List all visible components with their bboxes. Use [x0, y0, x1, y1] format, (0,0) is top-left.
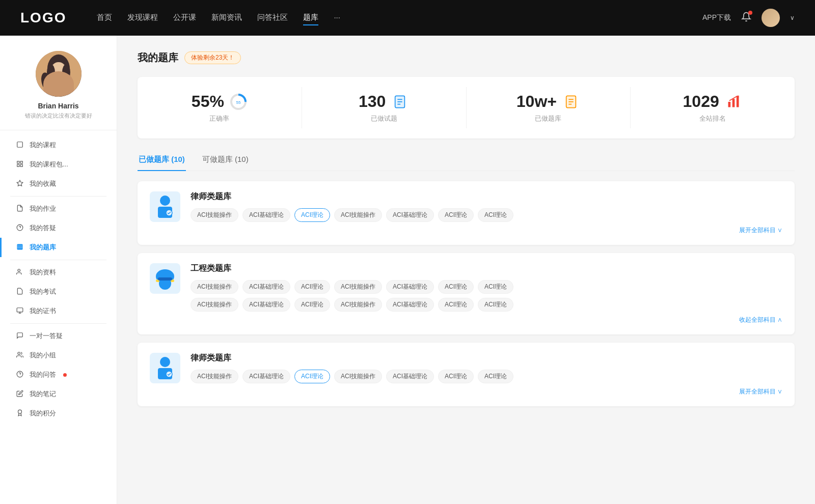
bank2-tag2-0[interactable]: ACI技能操作: [191, 298, 238, 312]
svg-point-22: [18, 352, 20, 354]
bank1-tag-5[interactable]: ACI理论: [438, 208, 474, 222]
divider-2: [10, 260, 106, 260]
stat-top-site-rank: 1029: [683, 92, 743, 111]
bank2-tag-2[interactable]: ACI理论: [294, 280, 330, 294]
bank2-tag-4[interactable]: ACI基础理论: [386, 280, 434, 294]
sidebar-label-homework: 我的作业: [30, 204, 56, 213]
bank3-tag-6[interactable]: ACI理论: [478, 370, 513, 383]
nav-home[interactable]: 首页: [97, 11, 112, 25]
bank3-tag-1[interactable]: ACI基础理论: [242, 370, 290, 383]
sidebar-item-tutoring[interactable]: 一对一答疑: [0, 326, 117, 346]
cert-icon: [15, 307, 24, 316]
svg-point-18: [18, 269, 20, 271]
svg-point-25: [18, 410, 22, 413]
sidebar-item-course-pkg[interactable]: 我的课程包...: [0, 155, 117, 174]
nav-qbank[interactable]: 题库: [303, 11, 318, 25]
bank1-tag-0[interactable]: ACI技能操作: [191, 208, 238, 222]
avatar-photo: [36, 51, 82, 97]
sidebar-item-points[interactable]: 我的积分: [0, 404, 117, 423]
bank3-tag-3[interactable]: ACI技能操作: [334, 370, 382, 383]
course-pkg-icon: [15, 160, 24, 169]
bank2-tag-5[interactable]: ACI理论: [438, 280, 474, 294]
user-avatar[interactable]: [36, 51, 82, 97]
stat-value-done-banks: 10w+: [517, 92, 557, 111]
tab-available-banks[interactable]: 可做题库 (10): [201, 151, 250, 171]
sidebar-item-cert[interactable]: 我的证书: [0, 301, 117, 321]
bank3-tag-4[interactable]: ACI基础理论: [386, 370, 434, 383]
svg-text:55: 55: [236, 100, 240, 105]
homework-icon: [15, 205, 24, 213]
stat-value-done-questions: 130: [359, 92, 386, 111]
bank2-collapse-link[interactable]: 收起全部科目 ∧: [191, 316, 782, 324]
sidebar-item-group[interactable]: 我的小组: [0, 346, 117, 365]
tags-row-2-bottom: ACI技能操作 ACI基础理论 ACI理论 ACI技能操作 ACI基础理论 AC…: [191, 298, 782, 312]
stats-row: 55% 55 正确率 130: [138, 77, 795, 138]
bank2-tag2-4[interactable]: ACI基础理论: [386, 298, 434, 312]
user-menu-chevron[interactable]: ∨: [790, 14, 795, 21]
stat-top-done-banks: 10w+: [517, 92, 580, 111]
sidebar-label-qbank: 我的题库: [30, 243, 56, 252]
svg-point-5: [62, 64, 70, 80]
nav-news[interactable]: 新闻资讯: [211, 11, 242, 25]
sidebar-item-qa[interactable]: 我的答疑: [0, 218, 117, 238]
tab-done-banks[interactable]: 已做题库 (10): [138, 151, 186, 171]
sidebar-item-my-course[interactable]: 我的课程: [0, 135, 117, 155]
svg-rect-10: [17, 164, 19, 166]
sidebar-profile: Brian Harris 错误的决定比没有决定要好: [0, 51, 117, 130]
bank2-tag2-2[interactable]: ACI理论: [294, 298, 330, 312]
sidebar-item-profile[interactable]: 我的资料: [0, 263, 117, 282]
bank3-expand-link[interactable]: 展开全部科目 ∨: [191, 387, 782, 396]
bank2-tag2-6[interactable]: ACI理论: [478, 298, 513, 312]
stat-done-questions: 130 已做试题: [302, 87, 467, 128]
bank1-expand-link[interactable]: 展开全部科目 ∨: [191, 226, 782, 235]
app-download-link[interactable]: APP下载: [702, 13, 731, 22]
sidebar-label-cert: 我的证书: [30, 306, 56, 316]
bank2-tag2-3[interactable]: ACI技能操作: [334, 298, 382, 312]
notification-bell[interactable]: [741, 12, 751, 24]
navbar-right: APP下载 ∨: [702, 9, 795, 27]
bank3-tag-0[interactable]: ACI技能操作: [191, 370, 238, 383]
bank2-tag-1[interactable]: ACI基础理论: [242, 280, 290, 294]
bank3-tag-5[interactable]: ACI理论: [438, 370, 474, 383]
sidebar-label-course-pkg: 我的课程包...: [30, 160, 68, 169]
sidebar-item-favorites[interactable]: 我的收藏: [0, 174, 117, 193]
bank2-tag2-1[interactable]: ACI基础理论: [242, 298, 290, 312]
sidebar-item-notes[interactable]: 我的笔记: [0, 384, 117, 404]
orange-doc-icon: [562, 93, 580, 111]
bank1-tag-1[interactable]: ACI基础理论: [242, 208, 290, 222]
sidebar-item-qbank[interactable]: 我的题库: [0, 238, 117, 257]
svg-rect-9: [20, 161, 22, 163]
bank2-tag-3[interactable]: ACI技能操作: [334, 280, 382, 294]
nav-courses[interactable]: 发现课程: [127, 11, 158, 25]
svg-rect-8: [17, 161, 19, 163]
bank3-tag-2[interactable]: ACI理论: [294, 370, 330, 383]
sidebar-item-my-qa[interactable]: 我的问答: [0, 365, 117, 384]
stat-top-accuracy: 55% 55: [192, 92, 248, 111]
nav-open-course[interactable]: 公开课: [173, 11, 196, 25]
avatar-image: [762, 9, 780, 27]
logo[interactable]: LOGO: [20, 10, 66, 26]
bank1-tag-2[interactable]: ACI理论: [294, 208, 330, 222]
bank1-tag-3[interactable]: ACI技能操作: [334, 208, 382, 222]
bank-card-1-header: 律师类题库 ACI技能操作 ACI基础理论 ACI理论 ACI技能操作 ACI基…: [150, 191, 782, 235]
sidebar-label-favorites: 我的收藏: [30, 179, 56, 188]
bank-card-3: 律师类题库 ACI技能操作 ACI基础理论 ACI理论 ACI技能操作 ACI基…: [138, 343, 795, 406]
bank2-tag2-5[interactable]: ACI理论: [438, 298, 474, 312]
stat-label-accuracy: 正确率: [209, 114, 229, 123]
sidebar-label-notes: 我的笔记: [30, 389, 56, 399]
bank-card-2-header: 工程类题库 ACI技能操作 ACI基础理论 ACI理论 ACI技能操作 ACI基…: [150, 263, 782, 324]
qbank-icon: [15, 243, 24, 252]
user-avatar-nav[interactable]: [762, 9, 780, 27]
tags-row-2-top: ACI技能操作 ACI基础理论 ACI理论 ACI技能操作 ACI基础理论 AC…: [191, 280, 782, 294]
bank1-tag-4[interactable]: ACI基础理论: [386, 208, 434, 222]
sidebar-label-exam: 我的考试: [30, 287, 56, 296]
bank-card-3-header: 律师类题库 ACI技能操作 ACI基础理论 ACI理论 ACI技能操作 ACI基…: [150, 353, 782, 396]
sidebar-item-exam[interactable]: 我的考试: [0, 282, 117, 301]
nav-more[interactable]: ···: [334, 11, 340, 25]
nav-qa[interactable]: 问答社区: [257, 11, 288, 25]
bank2-tag-6[interactable]: ACI理论: [478, 280, 513, 294]
bank1-tag-6[interactable]: ACI理论: [478, 208, 513, 222]
bank2-tag-0[interactable]: ACI技能操作: [191, 280, 238, 294]
bank-card-1: 律师类题库 ACI技能操作 ACI基础理论 ACI理论 ACI技能操作 ACI基…: [138, 181, 795, 245]
sidebar-item-homework[interactable]: 我的作业: [0, 199, 117, 218]
